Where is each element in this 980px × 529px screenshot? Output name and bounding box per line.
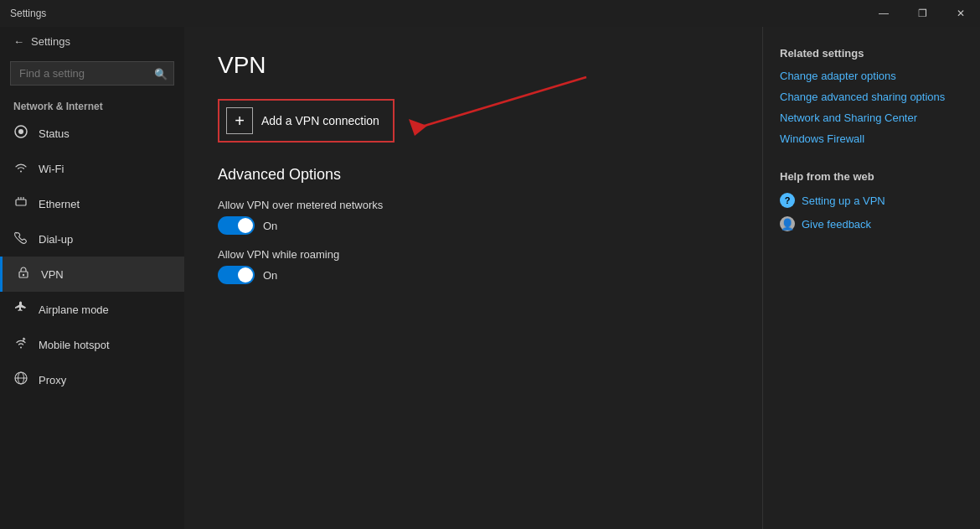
get-help-icon: ? [780, 193, 795, 208]
setting-up-vpn-link[interactable]: Setting up a VPN [802, 194, 885, 207]
sidebar-item-wifi[interactable]: Wi-Fi [0, 151, 184, 186]
related-link-firewall[interactable]: Windows Firewall [780, 132, 963, 145]
sidebar-item-hotspot-label: Mobile hotspot [39, 339, 110, 351]
svg-line-13 [419, 77, 586, 127]
sidebar-item-airplane[interactable]: Airplane mode [0, 292, 184, 327]
svg-point-7 [23, 274, 24, 276]
help-title: Help from the web [780, 170, 963, 183]
back-label: Settings [31, 35, 70, 48]
ethernet-icon [13, 194, 28, 213]
related-link-sharing[interactable]: Change advanced sharing options [780, 91, 963, 103]
search-container: 🔍 [10, 61, 174, 86]
titlebar-controls: — ❐ ✕ [864, 0, 980, 27]
right-panel: Related settings Change adapter options … [762, 27, 980, 529]
related-link-sharing-center[interactable]: Network and Sharing Center [780, 112, 963, 124]
sidebar-item-proxy[interactable]: Proxy [0, 362, 184, 397]
dialup-icon [13, 230, 28, 248]
status-icon [13, 124, 28, 143]
option-roaming-label: Allow VPN while roaming [218, 248, 729, 261]
sidebar-item-status-label: Status [39, 127, 70, 140]
page-title: VPN [218, 52, 729, 79]
sidebar-item-ethernet[interactable]: Ethernet [0, 186, 184, 221]
plus-icon: + [226, 107, 253, 134]
toggle-roaming-text: On [263, 269, 277, 282]
option-roaming: Allow VPN while roaming On [218, 248, 729, 284]
search-input[interactable] [10, 61, 174, 86]
sidebar-item-airplane-label: Airplane mode [39, 303, 109, 316]
sidebar-item-dialup-label: Dial-up [39, 233, 73, 246]
give-feedback-row[interactable]: 👤 Give feedback [780, 216, 963, 231]
option-metered-toggle-row: On [218, 216, 729, 235]
sidebar-item-dialup[interactable]: Dial-up [0, 221, 184, 257]
sidebar-item-status[interactable]: Status [0, 116, 184, 151]
toggle-metered[interactable] [218, 216, 255, 235]
toggle-roaming[interactable] [218, 266, 255, 284]
related-settings-title: Related settings [780, 47, 963, 60]
sidebar-item-vpn[interactable]: VPN [0, 257, 184, 292]
add-vpn-button[interactable]: + Add a VPN connection [218, 99, 395, 143]
option-metered: Allow VPN over metered networks On [218, 199, 729, 235]
vpn-icon [16, 265, 31, 283]
back-button[interactable]: ← Settings [0, 27, 184, 56]
give-feedback-icon: 👤 [780, 216, 795, 231]
sidebar-item-vpn-label: VPN [41, 268, 64, 281]
minimize-button[interactable]: — [864, 0, 903, 27]
give-feedback-link[interactable]: Give feedback [802, 218, 871, 231]
search-icon: 🔍 [154, 67, 168, 80]
sidebar-section-label: Network & Internet [0, 94, 184, 116]
svg-point-1 [18, 129, 23, 134]
sidebar-item-ethernet-label: Ethernet [39, 198, 80, 210]
sidebar: ← Settings 🔍 Network & Internet Status W [0, 27, 184, 529]
option-metered-label: Allow VPN over metered networks [218, 199, 729, 211]
svg-rect-2 [16, 200, 26, 205]
main-content: VPN + Add a VPN connection Advanced Opti… [184, 27, 762, 529]
sidebar-item-wifi-label: Wi-Fi [39, 163, 64, 175]
back-arrow-icon: ← [13, 35, 24, 48]
wifi-icon [13, 159, 28, 178]
divider [780, 153, 963, 170]
svg-marker-14 [409, 119, 427, 136]
sidebar-item-proxy-label: Proxy [39, 374, 66, 386]
option-roaming-toggle-row: On [218, 266, 729, 284]
add-vpn-label: Add a VPN connection [261, 114, 379, 127]
titlebar: Settings — ❐ ✕ [0, 0, 980, 27]
get-help-row[interactable]: ? Setting up a VPN [780, 193, 963, 208]
app-body: ← Settings 🔍 Network & Internet Status W [0, 27, 980, 529]
maximize-button[interactable]: ❐ [903, 0, 941, 27]
related-link-adapter[interactable]: Change adapter options [780, 70, 963, 82]
advanced-options-title: Advanced Options [218, 166, 729, 184]
airplane-icon [13, 300, 28, 319]
toggle-metered-text: On [263, 220, 277, 232]
hotspot-icon [13, 335, 28, 354]
proxy-icon [13, 371, 28, 389]
titlebar-title: Settings [10, 8, 46, 19]
sidebar-item-hotspot[interactable]: Mobile hotspot [0, 327, 184, 362]
close-button[interactable]: ✕ [941, 0, 980, 27]
